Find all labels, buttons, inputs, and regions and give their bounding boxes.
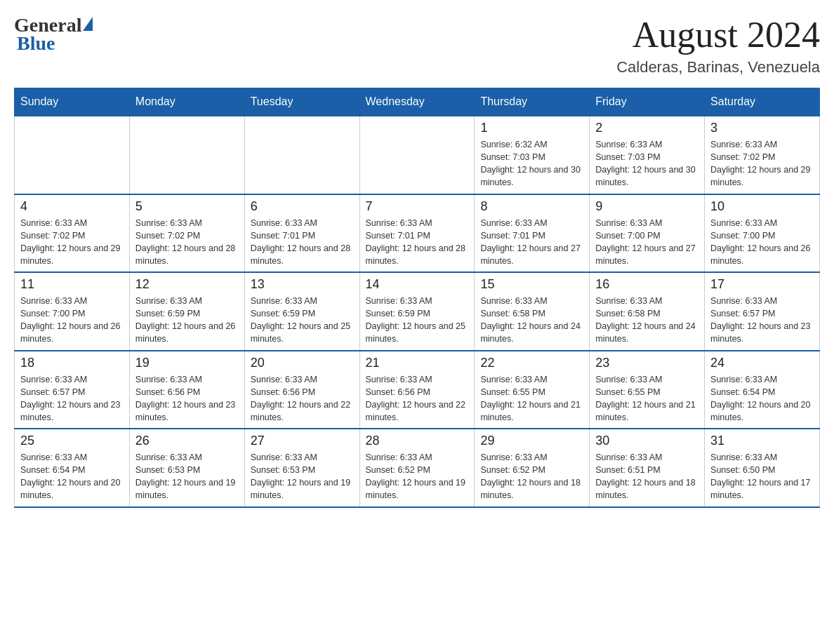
table-row: 3Sunrise: 6:33 AMSunset: 7:02 PMDaylight…	[705, 116, 820, 194]
table-row	[129, 116, 244, 194]
day-number: 19	[135, 356, 239, 370]
day-number: 5	[135, 199, 239, 214]
day-number: 28	[366, 434, 469, 448]
table-row: 12Sunrise: 6:33 AMSunset: 6:59 PMDayligh…	[129, 272, 244, 351]
logo-triangle-icon	[83, 17, 93, 31]
day-info: Sunrise: 6:33 AMSunset: 6:51 PMDaylight:…	[595, 451, 699, 502]
day-number: 17	[710, 277, 814, 292]
calendar-week-1: 1Sunrise: 6:32 AMSunset: 7:03 PMDaylight…	[15, 116, 820, 194]
col-friday: Friday	[590, 88, 705, 116]
table-row: 5Sunrise: 6:33 AMSunset: 7:02 PMDaylight…	[129, 194, 244, 273]
day-info: Sunrise: 6:33 AMSunset: 6:55 PMDaylight:…	[595, 373, 699, 424]
day-info: Sunrise: 6:33 AMSunset: 6:54 PMDaylight:…	[20, 451, 124, 502]
table-row: 14Sunrise: 6:33 AMSunset: 6:59 PMDayligh…	[359, 272, 475, 351]
day-number: 27	[251, 434, 354, 448]
title-area: August 2024 Calderas, Barinas, Venezuela	[616, 14, 820, 76]
calendar-week-3: 11Sunrise: 6:33 AMSunset: 7:00 PMDayligh…	[15, 272, 820, 351]
day-info: Sunrise: 6:33 AMSunset: 6:58 PMDaylight:…	[480, 295, 583, 346]
day-number: 11	[20, 277, 124, 292]
day-info: Sunrise: 6:33 AMSunset: 6:59 PMDaylight:…	[135, 295, 239, 346]
day-number: 13	[251, 277, 354, 292]
day-info: Sunrise: 6:33 AMSunset: 6:57 PMDaylight:…	[710, 295, 814, 346]
day-number: 23	[595, 356, 699, 370]
day-info: Sunrise: 6:33 AMSunset: 6:52 PMDaylight:…	[480, 451, 583, 502]
table-row: 29Sunrise: 6:33 AMSunset: 6:52 PMDayligh…	[475, 429, 590, 507]
table-row: 8Sunrise: 6:33 AMSunset: 7:01 PMDaylight…	[475, 194, 590, 273]
day-number: 25	[20, 434, 124, 448]
day-info: Sunrise: 6:33 AMSunset: 7:00 PMDaylight:…	[595, 217, 699, 268]
calendar-week-4: 18Sunrise: 6:33 AMSunset: 6:57 PMDayligh…	[15, 351, 820, 429]
month-title: August 2024	[616, 14, 820, 55]
day-number: 10	[710, 199, 814, 214]
day-info: Sunrise: 6:33 AMSunset: 6:53 PMDaylight:…	[135, 451, 239, 502]
day-number: 22	[480, 356, 583, 370]
day-info: Sunrise: 6:33 AMSunset: 7:00 PMDaylight:…	[20, 295, 124, 346]
table-row: 30Sunrise: 6:33 AMSunset: 6:51 PMDayligh…	[590, 429, 705, 507]
table-row	[244, 116, 359, 194]
table-row: 2Sunrise: 6:33 AMSunset: 7:03 PMDaylight…	[590, 116, 705, 194]
day-number: 14	[366, 277, 469, 292]
day-info: Sunrise: 6:33 AMSunset: 7:00 PMDaylight:…	[710, 217, 814, 268]
day-info: Sunrise: 6:33 AMSunset: 6:56 PMDaylight:…	[135, 373, 239, 424]
day-number: 2	[595, 121, 699, 135]
col-tuesday: Tuesday	[244, 88, 359, 116]
day-info: Sunrise: 6:33 AMSunset: 6:56 PMDaylight:…	[251, 373, 354, 424]
table-row: 20Sunrise: 6:33 AMSunset: 6:56 PMDayligh…	[244, 351, 359, 429]
logo-blue-text: Blue	[14, 32, 55, 55]
day-number: 30	[595, 434, 699, 448]
table-row: 17Sunrise: 6:33 AMSunset: 6:57 PMDayligh…	[705, 272, 820, 351]
day-number: 29	[480, 434, 583, 448]
table-row: 7Sunrise: 6:33 AMSunset: 7:01 PMDaylight…	[359, 194, 475, 273]
table-row: 13Sunrise: 6:33 AMSunset: 6:59 PMDayligh…	[244, 272, 359, 351]
day-number: 26	[135, 434, 239, 448]
day-number: 8	[480, 199, 583, 214]
day-info: Sunrise: 6:33 AMSunset: 7:02 PMDaylight:…	[135, 217, 239, 268]
day-number: 15	[480, 277, 583, 292]
day-info: Sunrise: 6:33 AMSunset: 6:56 PMDaylight:…	[366, 373, 469, 424]
col-sunday: Sunday	[15, 88, 130, 116]
day-info: Sunrise: 6:33 AMSunset: 6:50 PMDaylight:…	[710, 451, 814, 502]
table-row: 22Sunrise: 6:33 AMSunset: 6:55 PMDayligh…	[475, 351, 590, 429]
day-number: 31	[710, 434, 814, 448]
day-number: 16	[595, 277, 699, 292]
day-number: 1	[480, 121, 583, 135]
day-info: Sunrise: 6:33 AMSunset: 6:54 PMDaylight:…	[710, 373, 814, 424]
day-info: Sunrise: 6:33 AMSunset: 6:55 PMDaylight:…	[480, 373, 583, 424]
table-row: 24Sunrise: 6:33 AMSunset: 6:54 PMDayligh…	[705, 351, 820, 429]
day-number: 3	[710, 121, 814, 135]
col-saturday: Saturday	[705, 88, 820, 116]
table-row	[15, 116, 130, 194]
table-row: 27Sunrise: 6:33 AMSunset: 6:53 PMDayligh…	[244, 429, 359, 507]
day-info: Sunrise: 6:33 AMSunset: 6:57 PMDaylight:…	[20, 373, 124, 424]
table-row: 28Sunrise: 6:33 AMSunset: 6:52 PMDayligh…	[359, 429, 475, 507]
day-info: Sunrise: 6:33 AMSunset: 7:03 PMDaylight:…	[595, 138, 699, 189]
col-wednesday: Wednesday	[359, 88, 475, 116]
day-info: Sunrise: 6:33 AMSunset: 7:02 PMDaylight:…	[710, 138, 814, 189]
day-info: Sunrise: 6:33 AMSunset: 6:52 PMDaylight:…	[366, 451, 469, 502]
table-row: 23Sunrise: 6:33 AMSunset: 6:55 PMDayligh…	[590, 351, 705, 429]
table-row: 21Sunrise: 6:33 AMSunset: 6:56 PMDayligh…	[359, 351, 475, 429]
day-info: Sunrise: 6:33 AMSunset: 7:01 PMDaylight:…	[480, 217, 583, 268]
table-row: 10Sunrise: 6:33 AMSunset: 7:00 PMDayligh…	[705, 194, 820, 273]
table-row: 16Sunrise: 6:33 AMSunset: 6:58 PMDayligh…	[590, 272, 705, 351]
day-info: Sunrise: 6:32 AMSunset: 7:03 PMDaylight:…	[480, 138, 583, 189]
day-number: 7	[366, 199, 469, 214]
day-number: 18	[20, 356, 124, 370]
calendar-week-5: 25Sunrise: 6:33 AMSunset: 6:54 PMDayligh…	[15, 429, 820, 507]
day-info: Sunrise: 6:33 AMSunset: 6:58 PMDaylight:…	[595, 295, 699, 346]
col-thursday: Thursday	[475, 88, 590, 116]
day-number: 21	[366, 356, 469, 370]
day-info: Sunrise: 6:33 AMSunset: 7:01 PMDaylight:…	[251, 217, 354, 268]
table-row: 15Sunrise: 6:33 AMSunset: 6:58 PMDayligh…	[475, 272, 590, 351]
logo: General Blue	[14, 14, 93, 55]
table-row: 25Sunrise: 6:33 AMSunset: 6:54 PMDayligh…	[15, 429, 130, 507]
table-row: 31Sunrise: 6:33 AMSunset: 6:50 PMDayligh…	[705, 429, 820, 507]
table-row: 6Sunrise: 6:33 AMSunset: 7:01 PMDaylight…	[244, 194, 359, 273]
calendar-header-row: Sunday Monday Tuesday Wednesday Thursday…	[15, 88, 820, 116]
table-row: 4Sunrise: 6:33 AMSunset: 7:02 PMDaylight…	[15, 194, 130, 273]
day-info: Sunrise: 6:33 AMSunset: 7:01 PMDaylight:…	[366, 217, 469, 268]
day-number: 6	[251, 199, 354, 214]
day-info: Sunrise: 6:33 AMSunset: 6:59 PMDaylight:…	[366, 295, 469, 346]
day-number: 4	[20, 199, 124, 214]
table-row	[359, 116, 475, 194]
